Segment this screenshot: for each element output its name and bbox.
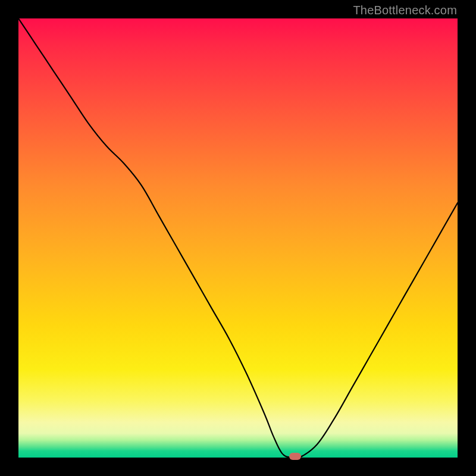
chart-container: TheBottleneck.com (0, 0, 476, 476)
bottleneck-curve (18, 18, 458, 458)
plot-area (18, 18, 458, 458)
curve-path (18, 18, 458, 458)
watermark: TheBottleneck.com (353, 4, 457, 17)
optimal-marker (289, 453, 301, 460)
